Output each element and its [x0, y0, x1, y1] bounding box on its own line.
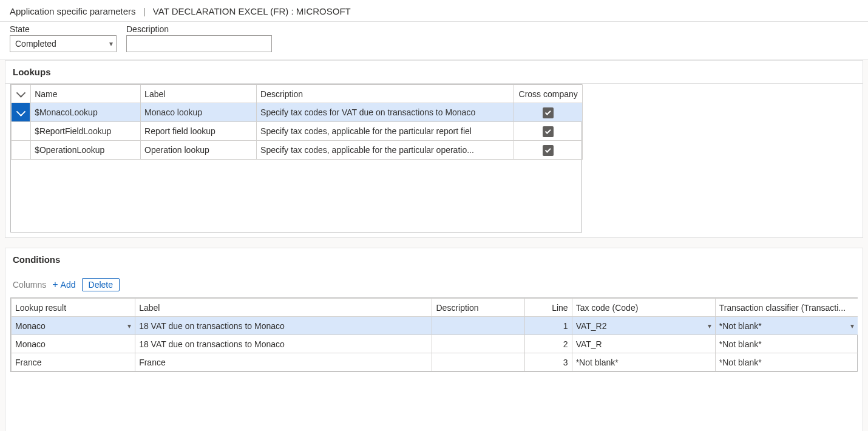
transaction-classifier-value: *Not blank* — [719, 358, 762, 367]
conditions-section: Conditions Columns + Add Delete Lookup r… — [5, 248, 863, 431]
lookup-cross-cell[interactable] — [514, 122, 583, 141]
lookups-section: Lookups Name Label Description Cross com… — [5, 60, 863, 238]
lookup-label-cell[interactable]: Operation lookup — [141, 141, 257, 160]
delete-button[interactable]: Delete — [82, 278, 120, 291]
transaction-classifier-value: *Not blank* — [719, 339, 762, 349]
conditions-title: Conditions — [5, 248, 863, 271]
breadcrumb-separator: | — [143, 6, 146, 16]
check-icon — [545, 128, 551, 134]
table-row[interactable]: FranceFrance3*Not blank**Not blank* — [12, 353, 858, 372]
lookups-header-row: Name Label Description Cross company — [12, 85, 583, 103]
lookup-cross-cell[interactable] — [514, 141, 583, 160]
lookup-cross-cell[interactable] — [514, 103, 583, 122]
checkbox-checked-icon[interactable] — [543, 107, 554, 118]
check-icon — [16, 88, 26, 98]
lookup-name-cell[interactable]: $OperationLookup — [31, 141, 141, 160]
lookup-name-cell[interactable]: $ReportFieldLookup — [31, 122, 141, 141]
lookups-grid: Name Label Description Cross company $Mo… — [10, 84, 582, 232]
lookup-description-cell[interactable]: Specify tax codes, applicable for the pa… — [257, 141, 514, 160]
lookup-result-value: Monaco — [15, 321, 46, 331]
lookups-col-select[interactable] — [12, 85, 31, 103]
description-input[interactable] — [126, 35, 272, 52]
check-icon — [16, 107, 25, 117]
add-button-label: Add — [61, 280, 76, 290]
lookups-col-name[interactable]: Name — [31, 85, 141, 103]
condition-label-cell[interactable]: 18 VAT due on transactions to Monaco — [135, 335, 432, 353]
tax-code-cell[interactable]: VAT_R — [572, 335, 715, 353]
row-selector-cell[interactable] — [12, 103, 31, 122]
table-row[interactable]: $OperationLookupOperation lookupSpecify … — [12, 141, 583, 160]
conditions-col-label[interactable]: Label — [135, 299, 432, 317]
description-label: Description — [126, 24, 272, 34]
row-selector[interactable] — [12, 103, 30, 121]
condition-label-cell[interactable]: 18 VAT due on transactions to Monaco — [135, 317, 432, 335]
table-row[interactable]: $MonacoLookupMonaco lookupSpecify tax co… — [12, 103, 583, 122]
condition-line-cell[interactable]: 3 — [524, 353, 572, 372]
condition-label-cell[interactable]: France — [135, 353, 432, 372]
row-selector[interactable] — [12, 141, 30, 159]
lookup-label-cell[interactable]: Report field lookup — [141, 122, 257, 141]
state-field: State ▾ — [10, 24, 117, 52]
conditions-col-description[interactable]: Description — [432, 299, 524, 317]
lookup-result-cell[interactable]: Monaco▾ — [12, 317, 135, 335]
header-form: State ▾ Description — [0, 22, 868, 60]
chevron-down-icon: ▾ — [127, 322, 131, 330]
conditions-col-transaction-classifier[interactable]: Transaction classifier (Transacti... — [715, 299, 858, 317]
row-selector-cell[interactable] — [12, 122, 31, 141]
conditions-col-lookup-result[interactable]: Lookup result — [12, 299, 135, 317]
tax-code-cell[interactable]: VAT_R2▾ — [572, 317, 715, 335]
transaction-classifier-cell[interactable]: *Not blank* — [715, 335, 858, 353]
lookup-result-value: France — [15, 358, 42, 367]
lookup-description-cell[interactable]: Specify tax codes, applicable for the pa… — [257, 122, 514, 141]
chevron-down-icon: ▾ — [708, 322, 711, 330]
tax-code-value: *Not blank* — [576, 358, 619, 367]
conditions-grid: Lookup result Label Description Line Tax… — [10, 297, 858, 372]
lookup-name-cell[interactable]: $MonacoLookup — [31, 103, 141, 122]
state-select[interactable] — [10, 35, 117, 52]
lookups-title: Lookups — [5, 61, 863, 84]
table-row[interactable]: Monaco18 VAT due on transactions to Mona… — [12, 335, 858, 353]
checkbox-checked-icon[interactable] — [543, 145, 554, 156]
lookup-label-cell[interactable]: Monaco lookup — [141, 103, 257, 122]
conditions-header-row: Lookup result Label Description Line Tax… — [12, 299, 858, 317]
breadcrumb-page: Application specific parameters — [10, 6, 136, 16]
row-selector[interactable] — [12, 122, 30, 140]
table-row[interactable]: Monaco▾18 VAT due on transactions to Mon… — [12, 317, 858, 335]
check-icon — [545, 147, 551, 153]
add-button[interactable]: + Add — [52, 280, 75, 290]
lookups-col-label[interactable]: Label — [141, 85, 257, 103]
transaction-classifier-value: *Not blank* — [719, 321, 762, 331]
condition-line-cell[interactable]: 2 — [524, 335, 572, 353]
tax-code-value: VAT_R2 — [576, 321, 607, 331]
breadcrumb-leaf: VAT DECLARATION EXCEL (FR) : MICROSOFT — [153, 6, 351, 16]
tax-code-value: VAT_R — [576, 339, 602, 349]
breadcrumb: Application specific parameters | VAT DE… — [0, 0, 868, 22]
lookup-result-cell[interactable]: Monaco — [12, 335, 135, 353]
description-field: Description — [126, 24, 272, 52]
row-selector-cell[interactable] — [12, 141, 31, 160]
condition-description-cell[interactable] — [432, 335, 524, 353]
checkbox-checked-icon[interactable] — [543, 126, 554, 137]
lookups-col-cross[interactable]: Cross company — [514, 85, 583, 103]
tax-code-cell[interactable]: *Not blank* — [572, 353, 715, 372]
condition-line-cell[interactable]: 1 — [524, 317, 572, 335]
lookup-description-cell[interactable]: Specify tax codes for VAT due on transac… — [257, 103, 514, 122]
check-icon — [545, 109, 551, 115]
transaction-classifier-cell[interactable]: *Not blank* — [715, 353, 858, 372]
state-label: State — [10, 24, 117, 34]
condition-description-cell[interactable] — [432, 317, 524, 335]
conditions-col-line[interactable]: Line — [524, 299, 572, 317]
table-row[interactable]: $ReportFieldLookupReport field lookupSpe… — [12, 122, 583, 141]
transaction-classifier-cell[interactable]: *Not blank*▾ — [715, 317, 858, 335]
lookups-col-description[interactable]: Description — [257, 85, 514, 103]
lookup-result-value: Monaco — [15, 339, 46, 349]
columns-label: Columns — [13, 280, 46, 290]
chevron-down-icon: ▾ — [850, 322, 854, 330]
plus-icon: + — [52, 280, 58, 290]
conditions-toolbar: Columns + Add Delete — [5, 271, 863, 297]
conditions-col-tax-code[interactable]: Tax code (Code) — [572, 299, 715, 317]
lookup-result-cell[interactable]: France — [12, 353, 135, 372]
condition-description-cell[interactable] — [432, 353, 524, 372]
